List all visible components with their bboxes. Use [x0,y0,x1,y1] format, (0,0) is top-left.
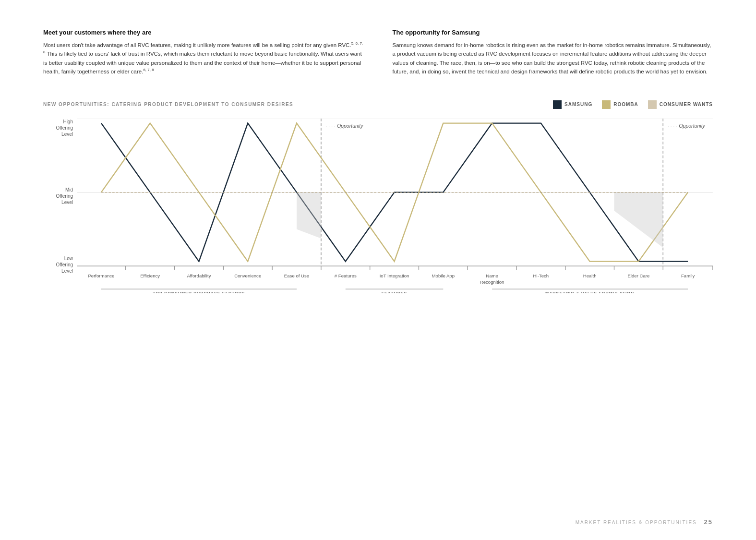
svg-text:Elder Care: Elder Care [627,273,649,278]
y-axis: HighOfferingLevel MidOfferingLevel LowOf… [43,119,77,294]
chart-section: NEW OPPORTUNITIES: CATERING PRODUCT DEVE… [43,100,713,294]
y-label-mid: MidOfferingLevel [43,187,77,205]
legend-roomba-label: ROOMBA [613,102,638,107]
svg-text:Name: Name [486,273,498,278]
footer-text: MARKET REALITIES & OPPORTUNITIES [576,520,697,525]
opportunity-area-left [297,192,321,238]
left-column: Meet your customers where they are Most … [43,29,364,76]
footnote-2: 6, 7, 8 [143,68,154,72]
footer: MARKET REALITIES & OPPORTUNITIES 25 [576,518,713,526]
chart-title: NEW OPPORTUNITIES: CATERING PRODUCT DEVE… [43,102,293,107]
left-col-body: Most users don't take advantage of all R… [43,41,364,76]
svg-text:Ease of Use: Ease of Use [284,273,309,278]
svg-text:Efficiency: Efficiency [140,273,160,278]
svg-text:IoT Integration: IoT Integration [380,273,409,278]
y-label-low: LowOfferingLevel [43,255,77,274]
svg-text:TOP CONSUMER PURCHASE FACTORS: TOP CONSUMER PURCHASE FACTORS [153,290,245,293]
svg-text:Convenience: Convenience [234,273,261,278]
chart-svg: · · · · Opportunity · · · · Opportunity [77,119,713,294]
svg-text:· · · · Opportunity: · · · · Opportunity [325,123,363,129]
legend: SAMSUNG ROOMBA CONSUMER WANTS [553,100,713,109]
svg-text:Family: Family [681,273,695,278]
svg-text:· · · · Opportunity: · · · · Opportunity [668,123,706,129]
svg-rect-1 [602,100,611,109]
page-number: 25 [704,518,713,526]
chart-header: NEW OPPORTUNITIES: CATERING PRODUCT DEVE… [43,100,713,109]
legend-consumer-wants: CONSUMER WANTS [648,100,713,109]
right-column: The opportunity for Samsung Samsung know… [393,29,713,76]
svg-rect-2 [648,100,657,109]
y-label-high: HighOfferingLevel [43,119,77,137]
svg-text:Health: Health [583,273,597,278]
top-section: Meet your customers where they are Most … [43,29,713,76]
legend-samsung: SAMSUNG [553,100,592,109]
svg-text:Hi-Tech: Hi-Tech [533,273,549,278]
legend-samsung-label: SAMSUNG [564,102,592,107]
page: Meet your customers where they are Most … [0,0,756,540]
samsung-legend-icon [553,100,562,109]
svg-text:Recognition: Recognition [480,279,504,284]
svg-text:Affordability: Affordability [187,273,211,278]
roomba-legend-icon [602,100,611,109]
left-body-text1: Most users don't take advantage of all R… [43,42,363,74]
opportunity-area-right [614,192,663,247]
legend-roomba: ROOMBA [602,100,638,109]
right-col-body: Samsung knows demand for in-home robotic… [393,41,713,76]
consumer-wants-legend-icon [648,100,657,109]
svg-text:Performance: Performance [88,273,114,278]
svg-text:MARKETING & VALUE FORMULATION: MARKETING & VALUE FORMULATION [545,290,634,293]
chart-main: · · · · Opportunity · · · · Opportunity [77,119,713,294]
left-col-title: Meet your customers where they are [43,29,364,36]
chart-area: HighOfferingLevel MidOfferingLevel LowOf… [43,119,713,294]
svg-text:Mobile App: Mobile App [432,273,455,278]
svg-rect-0 [553,100,562,109]
footnote-1: 5, 6, 7, 8 [43,41,363,54]
right-col-title: The opportunity for Samsung [393,29,713,36]
svg-text:# Features: # Features [335,273,357,278]
legend-consumer-wants-label: CONSUMER WANTS [660,102,713,107]
svg-text:FEATURES: FEATURES [382,290,408,293]
